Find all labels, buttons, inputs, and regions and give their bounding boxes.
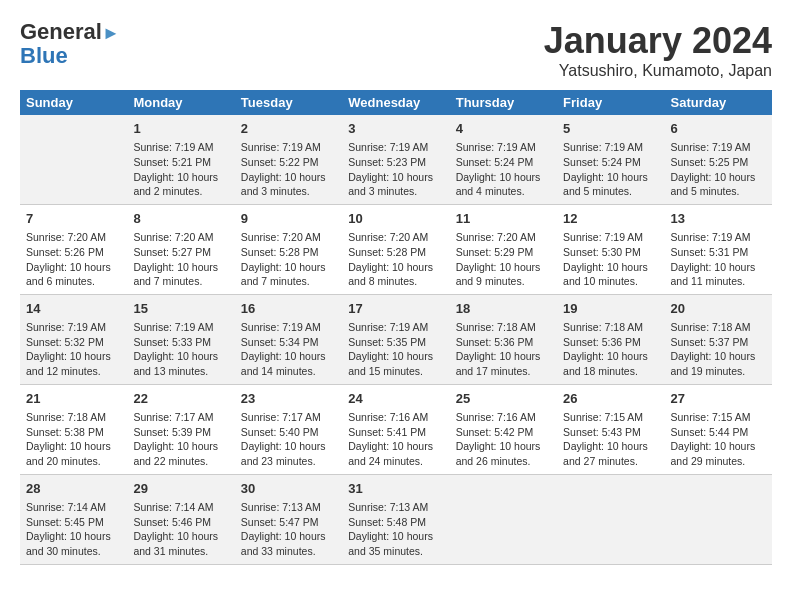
calendar-cell: 25Sunrise: 7:16 AM Sunset: 5:42 PM Dayli… [450,384,557,474]
calendar-cell: 24Sunrise: 7:16 AM Sunset: 5:41 PM Dayli… [342,384,449,474]
day-info: Sunrise: 7:18 AM Sunset: 5:37 PM Dayligh… [671,320,766,379]
day-info: Sunrise: 7:19 AM Sunset: 5:21 PM Dayligh… [133,140,228,199]
day-number: 21 [26,390,121,408]
day-info: Sunrise: 7:15 AM Sunset: 5:44 PM Dayligh… [671,410,766,469]
day-number: 4 [456,120,551,138]
calendar-cell: 15Sunrise: 7:19 AM Sunset: 5:33 PM Dayli… [127,294,234,384]
calendar-cell: 3Sunrise: 7:19 AM Sunset: 5:23 PM Daylig… [342,115,449,204]
logo-general: General [20,19,102,44]
calendar-cell: 9Sunrise: 7:20 AM Sunset: 5:28 PM Daylig… [235,204,342,294]
week-row-0: 1Sunrise: 7:19 AM Sunset: 5:21 PM Daylig… [20,115,772,204]
day-number: 23 [241,390,336,408]
week-row-3: 21Sunrise: 7:18 AM Sunset: 5:38 PM Dayli… [20,384,772,474]
day-header-sunday: Sunday [20,90,127,115]
day-number: 28 [26,480,121,498]
calendar-cell: 13Sunrise: 7:19 AM Sunset: 5:31 PM Dayli… [665,204,772,294]
week-row-1: 7Sunrise: 7:20 AM Sunset: 5:26 PM Daylig… [20,204,772,294]
day-number: 19 [563,300,658,318]
day-number: 3 [348,120,443,138]
calendar-cell [557,474,664,564]
day-info: Sunrise: 7:19 AM Sunset: 5:34 PM Dayligh… [241,320,336,379]
calendar-cell: 31Sunrise: 7:13 AM Sunset: 5:48 PM Dayli… [342,474,449,564]
day-number: 31 [348,480,443,498]
day-info: Sunrise: 7:19 AM Sunset: 5:23 PM Dayligh… [348,140,443,199]
day-header-friday: Friday [557,90,664,115]
calendar-cell: 30Sunrise: 7:13 AM Sunset: 5:47 PM Dayli… [235,474,342,564]
day-number: 6 [671,120,766,138]
calendar-cell: 7Sunrise: 7:20 AM Sunset: 5:26 PM Daylig… [20,204,127,294]
day-number: 10 [348,210,443,228]
calendar-cell: 27Sunrise: 7:15 AM Sunset: 5:44 PM Dayli… [665,384,772,474]
day-number: 27 [671,390,766,408]
day-number: 25 [456,390,551,408]
day-number: 15 [133,300,228,318]
day-info: Sunrise: 7:19 AM Sunset: 5:24 PM Dayligh… [456,140,551,199]
calendar-cell: 26Sunrise: 7:15 AM Sunset: 5:43 PM Dayli… [557,384,664,474]
page-header: General► Blue January 2024 Yatsushiro, K… [20,20,772,80]
calendar-subtitle: Yatsushiro, Kumamoto, Japan [544,62,772,80]
day-info: Sunrise: 7:19 AM Sunset: 5:31 PM Dayligh… [671,230,766,289]
calendar-cell: 18Sunrise: 7:18 AM Sunset: 5:36 PM Dayli… [450,294,557,384]
day-number: 13 [671,210,766,228]
day-info: Sunrise: 7:19 AM Sunset: 5:30 PM Dayligh… [563,230,658,289]
calendar-body: 1Sunrise: 7:19 AM Sunset: 5:21 PM Daylig… [20,115,772,564]
logo: General► Blue [20,20,120,68]
day-info: Sunrise: 7:19 AM Sunset: 5:33 PM Dayligh… [133,320,228,379]
day-info: Sunrise: 7:14 AM Sunset: 5:46 PM Dayligh… [133,500,228,559]
day-info: Sunrise: 7:20 AM Sunset: 5:26 PM Dayligh… [26,230,121,289]
calendar-cell: 22Sunrise: 7:17 AM Sunset: 5:39 PM Dayli… [127,384,234,474]
day-number: 30 [241,480,336,498]
calendar-cell: 20Sunrise: 7:18 AM Sunset: 5:37 PM Dayli… [665,294,772,384]
day-info: Sunrise: 7:16 AM Sunset: 5:42 PM Dayligh… [456,410,551,469]
calendar-header-row: SundayMondayTuesdayWednesdayThursdayFrid… [20,90,772,115]
calendar-table: SundayMondayTuesdayWednesdayThursdayFrid… [20,90,772,565]
day-header-thursday: Thursday [450,90,557,115]
day-info: Sunrise: 7:18 AM Sunset: 5:38 PM Dayligh… [26,410,121,469]
week-row-4: 28Sunrise: 7:14 AM Sunset: 5:45 PM Dayli… [20,474,772,564]
day-info: Sunrise: 7:17 AM Sunset: 5:40 PM Dayligh… [241,410,336,469]
calendar-cell: 1Sunrise: 7:19 AM Sunset: 5:21 PM Daylig… [127,115,234,204]
day-number: 17 [348,300,443,318]
day-info: Sunrise: 7:18 AM Sunset: 5:36 PM Dayligh… [563,320,658,379]
day-header-tuesday: Tuesday [235,90,342,115]
day-info: Sunrise: 7:20 AM Sunset: 5:29 PM Dayligh… [456,230,551,289]
day-info: Sunrise: 7:14 AM Sunset: 5:45 PM Dayligh… [26,500,121,559]
day-number: 26 [563,390,658,408]
day-info: Sunrise: 7:13 AM Sunset: 5:47 PM Dayligh… [241,500,336,559]
day-info: Sunrise: 7:20 AM Sunset: 5:28 PM Dayligh… [241,230,336,289]
day-number: 29 [133,480,228,498]
day-number: 5 [563,120,658,138]
title-block: January 2024 Yatsushiro, Kumamoto, Japan [544,20,772,80]
calendar-cell: 10Sunrise: 7:20 AM Sunset: 5:28 PM Dayli… [342,204,449,294]
calendar-cell: 6Sunrise: 7:19 AM Sunset: 5:25 PM Daylig… [665,115,772,204]
calendar-cell [665,474,772,564]
day-header-wednesday: Wednesday [342,90,449,115]
logo-blue: Blue [20,43,68,68]
calendar-cell [450,474,557,564]
day-info: Sunrise: 7:20 AM Sunset: 5:28 PM Dayligh… [348,230,443,289]
day-number: 9 [241,210,336,228]
calendar-cell: 17Sunrise: 7:19 AM Sunset: 5:35 PM Dayli… [342,294,449,384]
calendar-cell: 14Sunrise: 7:19 AM Sunset: 5:32 PM Dayli… [20,294,127,384]
calendar-cell: 2Sunrise: 7:19 AM Sunset: 5:22 PM Daylig… [235,115,342,204]
day-info: Sunrise: 7:16 AM Sunset: 5:41 PM Dayligh… [348,410,443,469]
calendar-cell: 23Sunrise: 7:17 AM Sunset: 5:40 PM Dayli… [235,384,342,474]
day-header-saturday: Saturday [665,90,772,115]
day-number: 20 [671,300,766,318]
day-number: 18 [456,300,551,318]
day-info: Sunrise: 7:18 AM Sunset: 5:36 PM Dayligh… [456,320,551,379]
day-info: Sunrise: 7:17 AM Sunset: 5:39 PM Dayligh… [133,410,228,469]
day-info: Sunrise: 7:20 AM Sunset: 5:27 PM Dayligh… [133,230,228,289]
day-number: 1 [133,120,228,138]
day-info: Sunrise: 7:19 AM Sunset: 5:22 PM Dayligh… [241,140,336,199]
day-info: Sunrise: 7:13 AM Sunset: 5:48 PM Dayligh… [348,500,443,559]
day-number: 11 [456,210,551,228]
day-info: Sunrise: 7:19 AM Sunset: 5:32 PM Dayligh… [26,320,121,379]
week-row-2: 14Sunrise: 7:19 AM Sunset: 5:32 PM Dayli… [20,294,772,384]
day-number: 12 [563,210,658,228]
day-info: Sunrise: 7:19 AM Sunset: 5:35 PM Dayligh… [348,320,443,379]
day-number: 14 [26,300,121,318]
day-info: Sunrise: 7:19 AM Sunset: 5:25 PM Dayligh… [671,140,766,199]
calendar-cell: 19Sunrise: 7:18 AM Sunset: 5:36 PM Dayli… [557,294,664,384]
day-number: 7 [26,210,121,228]
